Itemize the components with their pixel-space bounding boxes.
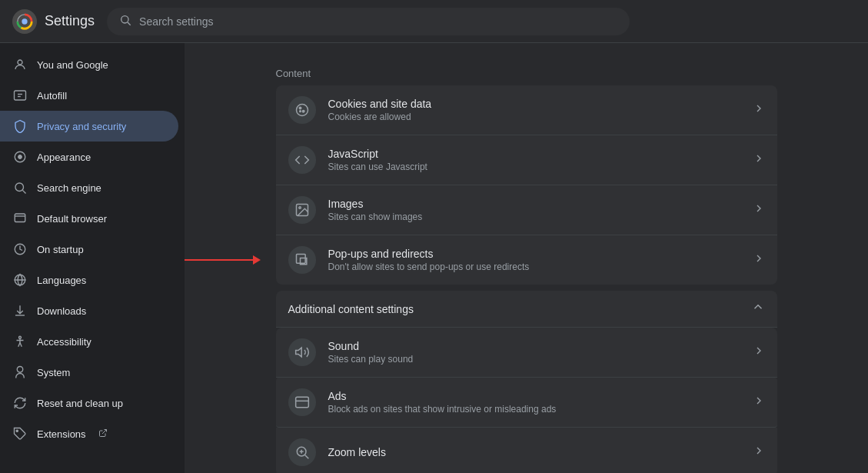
ads-text: Ads Block ads on sites that show intrusi… [328,390,753,415]
header: Settings [0,0,868,43]
images-subtitle: Sites can show images [328,212,753,222]
chrome-logo [12,9,37,34]
ads-icon [288,388,316,416]
images-icon [288,196,316,224]
sidebar-label-reset-and-clean-up: Reset and clean up [37,398,123,409]
sidebar-item-autofill[interactable]: Autofill [0,80,178,111]
search-bar[interactable] [107,8,630,35]
cookies-subtitle: Cookies are allowed [328,112,753,122]
cookies-icon [288,96,316,124]
cookies-text: Cookies and site data Cookies are allowe… [328,98,753,122]
svg-rect-12 [15,214,25,222]
javascript-text: JavaScript Sites can use Javascript [328,148,753,172]
svg-line-20 [102,429,107,434]
sidebar-item-you-and-google[interactable]: You and Google [0,49,178,80]
svg-point-1 [22,18,27,24]
sidebar-label-languages: Languages [37,275,86,286]
sidebar-label-search-engine: Search engine [37,182,101,194]
accessibility-icon [12,334,28,349]
sidebar-item-reset-and-clean-up[interactable]: Reset and clean up [0,388,178,418]
autofill-icon [12,88,28,103]
content-section: Content Cookies and site data Cookies ar… [276,62,777,285]
chevron-right-icon [753,152,765,168]
content-area: Content Cookies and site data Cookies ar… [258,43,796,473]
search-input[interactable] [139,15,617,28]
sidebar-label-appearance: Appearance [37,152,91,163]
sidebar-item-default-browser[interactable]: Default browser [0,203,178,234]
sidebar-item-appearance[interactable]: Appearance [0,142,178,172]
on-startup-icon [12,241,28,257]
svg-marker-28 [295,348,301,357]
header-logo: Settings [12,9,95,34]
default-browser-icon [12,211,28,226]
reset-and-clean-up-icon [12,395,28,411]
svg-rect-5 [15,91,26,100]
sidebar-item-languages[interactable]: Languages [0,265,178,295]
popups-icon [288,246,316,274]
content-items: Cookies and site data Cookies are allowe… [276,85,777,285]
svg-line-11 [22,190,25,193]
additional-item-sound[interactable]: Sound Sites can play sound [276,328,777,378]
svg-rect-27 [296,255,305,264]
settings-item-images[interactable]: Images Sites can show images [276,185,777,235]
additional-item-ads[interactable]: Ads Block ads on sites that show intrusi… [276,378,777,428]
additional-section-header[interactable]: Additional content settings [276,291,777,328]
svg-point-26 [298,207,301,209]
red-arrow-annotation [185,255,261,265]
settings-item-cookies[interactable]: Cookies and site data Cookies are allowe… [276,85,777,135]
chevron-up-icon [751,300,765,318]
sidebar-item-extensions[interactable]: Extensions [0,418,178,449]
sidebar-label-default-browser: Default browser [37,213,107,225]
sound-title: Sound [328,340,753,352]
main-content: Content Cookies and site data Cookies ar… [185,43,868,473]
sidebar-item-accessibility[interactable]: Accessibility [0,326,178,357]
settings-item-javascript[interactable]: JavaScript Sites can use Javascript [276,135,777,185]
sidebar-label-extensions: Extensions [37,428,86,440]
additional-section-title: Additional content settings [288,303,414,315]
svg-point-2 [121,15,128,22]
additional-item-zoom-levels[interactable]: Zoom levels [276,428,777,473]
images-title: Images [328,198,753,210]
svg-point-21 [296,105,308,116]
red-arrow-head [253,255,261,265]
extensions-external-icon [98,428,108,440]
sidebar-item-on-startup[interactable]: On startup [0,234,178,265]
popups-title: Pop-ups and redirects [328,248,753,260]
languages-icon [12,272,28,288]
chevron-right-icon [753,102,765,118]
sound-text: Sound Sites can play sound [328,340,753,365]
settings-item-popups[interactable]: Pop-ups and redirects Don't allow sites … [276,235,777,285]
svg-line-32 [304,455,308,459]
sound-subtitle: Sites can play sound [328,354,753,365]
sidebar-item-downloads[interactable]: Downloads [0,295,178,326]
red-arrow-line [185,259,253,261]
search-icon [119,14,131,29]
svg-point-22 [299,107,301,109]
sidebar-label-you-and-google: You and Google [37,59,108,71]
search-engine-icon [12,180,28,195]
svg-point-24 [299,111,301,112]
svg-point-10 [15,183,24,192]
sidebar-item-privacy-and-security[interactable]: Privacy and security [0,111,178,142]
sidebar-item-search-engine[interactable]: Search engine [0,172,178,203]
page-title: Settings [45,13,95,29]
svg-point-23 [302,110,304,112]
javascript-subtitle: Sites can use Javascript [328,162,753,172]
images-text: Images Sites can show images [328,198,753,222]
appearance-icon [12,149,28,165]
sidebar-label-autofill: Autofill [37,90,67,102]
sidebar: You and Google Autofill Privacy and secu… [0,43,185,473]
sidebar-item-system[interactable]: System [0,357,178,388]
body: You and Google Autofill Privacy and secu… [0,43,868,473]
svg-line-3 [128,22,131,25]
svg-point-19 [16,430,18,431]
svg-point-17 [19,336,22,338]
chevron-right-icon-ads [753,395,765,411]
ads-subtitle: Block ads on sites that show intrusive o… [328,404,753,415]
additional-items: Sound Sites can play sound Ads Block ads… [276,328,777,473]
extensions-icon [12,426,28,441]
chevron-right-icon [753,202,765,218]
downloads-icon [12,303,28,318]
javascript-icon [288,146,316,174]
svg-point-4 [18,60,22,65]
